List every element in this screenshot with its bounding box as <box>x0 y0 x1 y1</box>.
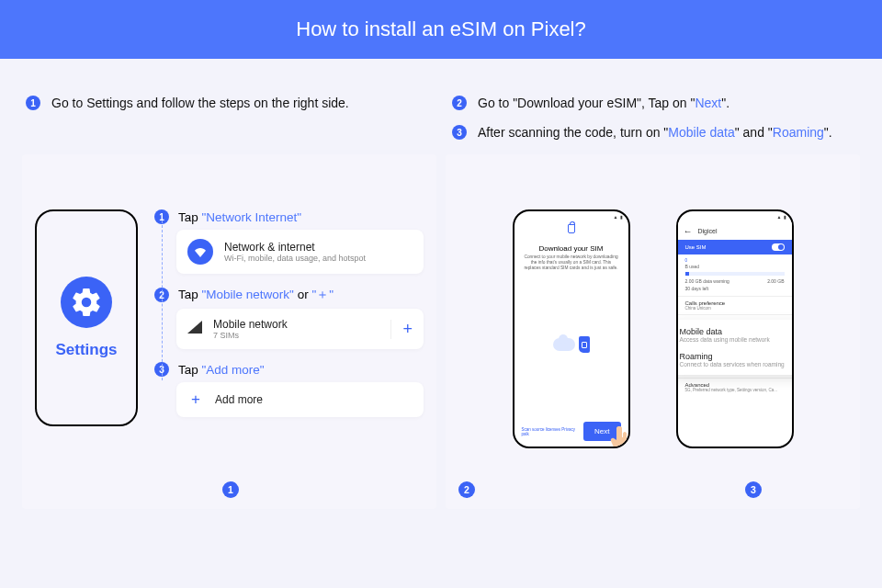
status-bar: ▲▮ <box>678 211 792 222</box>
download-title: Download your SIM <box>514 244 628 253</box>
panel-2: ▲▮ Download your SIM Connect to your mob… <box>446 154 860 509</box>
intro-bullet-2: 2 Go to "Download your eSIM", Tap on "Ne… <box>452 96 856 110</box>
adv-sub: 5G, Preferred network type, Settings ver… <box>685 388 785 392</box>
pointer-hand-icon <box>608 421 630 448</box>
data-usage-section: 0 B used 2.00 GB data warning 30 days le… <box>678 254 792 297</box>
add-more-card[interactable]: + Add more <box>176 382 424 417</box>
card1-title: Network & internet <box>224 241 366 254</box>
bullet-1-icon: 1 <box>26 96 40 110</box>
step-3: 3 Tap "Add more" + Add more <box>154 362 424 417</box>
panels: Settings 1 Tap "Network Internet" Networ… <box>0 154 882 509</box>
intro-left: 1 Go to Settings and follow the steps on… <box>26 96 430 110</box>
use-sim-row[interactable]: Use SIM <box>678 240 792 254</box>
intro-text-1: Go to Settings and follow the steps on t… <box>51 96 349 110</box>
download-footer-links: Scan source licenses Privacy palk <box>522 427 584 436</box>
mobile-network-card[interactable]: Mobile network 7 SIMs + <box>176 309 424 349</box>
roaming-title: Roaming <box>680 352 785 361</box>
days-left: 30 days left <box>685 285 729 292</box>
advanced-section[interactable]: Advanced 5G, Preferred network type, Set… <box>678 379 792 396</box>
mobile-data-sub: Access data using mobile network <box>680 336 770 343</box>
carrier-label: Digicel <box>698 228 718 234</box>
step-2: 2 Tap "Mobile network" or "＋" Mobile net… <box>154 287 424 349</box>
page-header: How to install an eSIM on Pixel? <box>0 0 882 59</box>
lock-icon <box>568 224 575 233</box>
intro-bullet-1: 1 Go to Settings and follow the steps on… <box>26 96 430 110</box>
signal-icon <box>187 321 202 337</box>
panel-1-badge: 1 <box>222 481 239 498</box>
steps-column: 1 Tap "Network Internet" Network & inter… <box>154 209 424 417</box>
settings-label: Settings <box>55 341 117 359</box>
back-icon[interactable]: ← <box>684 226 693 236</box>
calls-sub: China Unicom <box>685 306 785 311</box>
calls-section[interactable]: Calls preference China Unicom <box>678 297 792 315</box>
toggle-popup: Mobile data Access data using mobile net… <box>676 320 794 375</box>
digicel-header: ← Digicel <box>678 222 792 240</box>
wifi-icon <box>187 239 213 265</box>
download-art <box>514 274 628 416</box>
bullet-3-icon: 3 <box>452 125 467 140</box>
bullet-2-icon: 2 <box>452 96 467 110</box>
settings-phone: Settings <box>35 209 138 426</box>
card1-sub: Wi-Fi, mobile, data usage, and hotspot <box>224 254 366 263</box>
data-warning: 2.00 GB data warning <box>685 277 729 285</box>
sim-icon <box>579 336 590 353</box>
download-sim-phone: ▲▮ Download your SIM Connect to your mob… <box>513 209 630 448</box>
digicel-phone: ▲▮ ← Digicel Use SIM 0 B used 2.00 GB da… <box>676 209 794 448</box>
intro-text-3: After scanning the code, turn on "Mobile… <box>478 125 832 140</box>
roaming-sub: Connect to data services when roaming <box>680 361 785 368</box>
cloud-icon <box>553 338 575 351</box>
mobile-data-row[interactable]: Mobile data Access data using mobile net… <box>680 327 794 343</box>
card3-title: Add more <box>215 393 263 406</box>
dotted-connector <box>162 220 163 380</box>
card2-title: Mobile network <box>213 318 288 331</box>
intro-text-2: Go to "Download your eSIM", Tap on "Next… <box>478 96 729 110</box>
panel-3-badge: 3 <box>745 481 762 498</box>
mobile-data-title: Mobile data <box>680 327 770 336</box>
panel-1: Settings 1 Tap "Network Internet" Networ… <box>22 154 436 509</box>
network-internet-card[interactable]: Network & internet Wi-Fi, mobile, data u… <box>176 230 424 274</box>
card2-sub: 7 SIMs <box>213 331 288 340</box>
intro-bullet-3: 3 After scanning the code, turn on "Mobi… <box>452 125 856 140</box>
gear-icon <box>61 277 112 328</box>
panel-2-badge: 2 <box>458 481 475 498</box>
usage-bar <box>685 272 785 276</box>
2gb-label: 2.00 GB <box>767 277 784 292</box>
plus-icon: + <box>187 391 204 408</box>
intro-section: 1 Go to Settings and follow the steps on… <box>0 59 882 154</box>
step-1: 1 Tap "Network Internet" Network & inter… <box>154 209 424 274</box>
page-title: How to install an eSIM on Pixel? <box>296 17 586 41</box>
intro-right: 2 Go to "Download your eSIM", Tap on "Ne… <box>452 96 856 140</box>
roaming-row[interactable]: Roaming Connect to data services when ro… <box>680 352 794 368</box>
data-used: B used <box>685 263 785 270</box>
download-desc: Connect to your mobile network by downlo… <box>514 253 628 274</box>
use-sim-toggle[interactable] <box>772 243 785 251</box>
use-sim-label: Use SIM <box>685 244 707 250</box>
plus-icon[interactable]: + <box>390 320 413 339</box>
